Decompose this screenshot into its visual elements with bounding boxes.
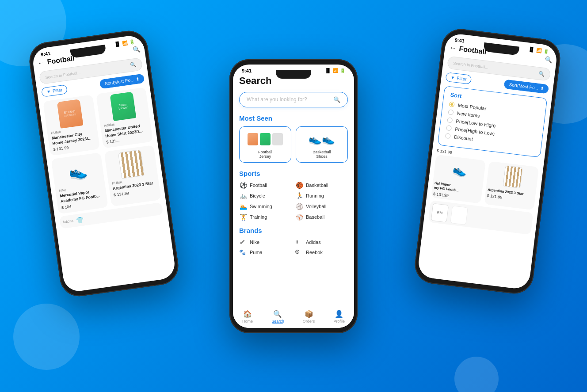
sports-label-bicycle: Bicycle (250, 193, 265, 198)
sports-label-swimming: Swimming (250, 204, 272, 209)
phone-right: 9:41 ▐▌ 📶 🔋 ← Football 🔍 (413, 27, 563, 296)
baseball-icon: ⚾ (295, 213, 303, 221)
back-icon-right[interactable]: ← (449, 44, 457, 53)
time-center: 9:41 (242, 68, 252, 73)
search-placeholder-right: Search in Football... (453, 61, 539, 76)
search-nav-icon: 🔍 (273, 310, 282, 318)
signal-icon: ▐▌ (114, 41, 121, 47)
sort-option-label-new: New Items (457, 110, 480, 118)
filter-icon-right: ▼ (450, 75, 455, 80)
sports-item-football[interactable]: ⚽ Football (239, 182, 292, 189)
brand-item-nike[interactable]: ✓ Nike (239, 239, 292, 246)
sports-item-volleyball[interactable]: 🏐 Volleyball (295, 203, 348, 210)
signal-icon-center: ▐▌ (325, 68, 331, 73)
sort-button-right[interactable]: Sort(Most Po... ⬆ (504, 79, 549, 94)
product-card-2[interactable]: TeamViewer Adidas Manchester United Home… (96, 87, 153, 148)
brand-item-adidas[interactable]: ⁞⁞⁞ Adidas (295, 239, 348, 246)
search-icon-center: 🔍 (333, 96, 340, 103)
brand-label-reebok: Reebok (306, 250, 323, 255)
phone-left-screen: 9:41 ▐▌ 📶 🔋 ← Football 🔍 (31, 34, 177, 293)
sports-item-basketball[interactable]: 🏀 Basketball (295, 182, 348, 189)
phone-center-screen: 9:41 ▐▌ 📶 🔋 Search What are you looking … (233, 65, 354, 328)
adidas-icon: ⁞⁞⁞ (295, 240, 303, 244)
battery-icon-right: 🔋 (543, 48, 549, 53)
orders-nav-icon: 📦 (305, 310, 313, 318)
sort-radio-inner-popular (450, 103, 454, 106)
sort-dropdown-icon-left: ⬆ (135, 76, 139, 82)
nav-item-search[interactable]: 🔍 Search (271, 310, 284, 323)
sports-item-bicycle[interactable]: 🚲 Bicycle (239, 192, 292, 199)
nike-icon: ✓ (239, 239, 247, 246)
brands-title: Brands (239, 227, 348, 234)
nav-item-profile[interactable]: 👤 Profile (333, 310, 345, 323)
swimming-icon: 🏊 (239, 203, 247, 210)
time-right: 9:41 (454, 37, 465, 44)
phone-left: 9:41 ▐▌ 📶 🔋 ← Football 🔍 (27, 28, 181, 299)
search-icon-right[interactable]: 🔍 (544, 56, 553, 64)
status-icons-right: ▐▌ 📶 🔋 (528, 46, 549, 54)
screen-content-right: ← Football 🔍 Search in Football... 🔍 ▼ F… (417, 43, 557, 287)
screen-content-center: Search What are you looking for? 🔍 Most … (233, 75, 354, 325)
search-input-placeholder: What are you looking for? (247, 96, 333, 103)
product-card-right-1[interactable]: 👟 rial Vapormy FG Footb... $ 131.99 (431, 155, 486, 204)
product-card-4[interactable]: PUMA Argentina 2023 3 Star $ 131.99 (104, 145, 161, 206)
wifi-icon-right: 📶 (536, 47, 542, 53)
sports-item-running[interactable]: 🏃 Running (295, 192, 348, 199)
phones-container: 9:41 ▐▌ 📶 🔋 ← Football 🔍 (0, 0, 587, 392)
sort-option-label-popular: Most Popular (457, 103, 487, 111)
product-area-right: $ 131.99 👟 rial Vapormy FG Footb... $ 13… (431, 148, 540, 210)
nav-item-orders[interactable]: 📦 Orders (303, 310, 315, 323)
sports-item-swimming[interactable]: 🏊 Swimming (239, 203, 292, 210)
football-icon: ⚽ (239, 182, 247, 189)
filter-button-right[interactable]: ▼ Filter (445, 72, 472, 84)
sports-grid: ⚽ Football 🏀 Basketball 🚲 Bicycle 🏃 Runn… (239, 182, 348, 221)
most-seen-grid: FootballJersey 👟👟 BasketballShoes (239, 126, 348, 163)
sports-label-basketball: Basketball (306, 183, 328, 188)
search-icon-left[interactable]: 🔍 (132, 46, 141, 53)
back-icon-left[interactable]: ← (37, 59, 45, 68)
search-icon-inner-right: 🔍 (538, 71, 545, 77)
battery-icon-center: 🔋 (340, 68, 345, 73)
sports-label-volleyball: Volleyball (306, 204, 326, 209)
sort-option-label-discount: Discount (454, 134, 473, 141)
profile-nav-label: Profile (333, 319, 345, 323)
most-seen-card-shoes[interactable]: 👟👟 BasketballShoes (296, 126, 348, 163)
filter-label-right: Filter (457, 76, 467, 82)
sort-label-left: Sort(Most Po... (104, 77, 134, 86)
filter-icon-left: ▼ (46, 89, 51, 94)
product-img-1: ETIHAD AIRWAYS (47, 99, 93, 129)
most-seen-title: Most Seen (239, 114, 348, 122)
nav-item-home[interactable]: 🏠 Home (242, 310, 253, 323)
search-icon-inner-left: 🔍 (130, 62, 137, 69)
sports-label-training: Training (250, 214, 267, 220)
profile-nav-icon: 👤 (335, 310, 343, 318)
status-icons-left: ▐▌ 📶 🔋 (114, 39, 135, 46)
search-input-bar[interactable]: What are you looking for? 🔍 (239, 92, 348, 107)
sort-dropdown: Sort Most Popular New Items Price(Low to… (438, 86, 548, 158)
brand-label-adidas: Adidas (306, 240, 321, 245)
phone-right-screen: 9:41 ▐▌ 📶 🔋 ← Football 🔍 (417, 33, 558, 290)
sports-label-running: Running (306, 193, 324, 198)
brand-item-puma[interactable]: 🐾 Puma (239, 249, 292, 255)
most-seen-card-football[interactable]: FootballJersey (239, 126, 291, 163)
home-nav-icon: 🏠 (243, 310, 252, 318)
product-card-1[interactable]: ETIHAD AIRWAYS PUMA Manchester City Home… (43, 95, 100, 156)
wifi-icon: 📶 (122, 40, 128, 46)
phone-center: 9:41 ▐▌ 📶 🔋 Search What are you looking … (229, 59, 358, 333)
brand-item-reebok[interactable]: Ⓡ Reebok (295, 249, 348, 255)
bicycle-icon: 🚲 (239, 192, 247, 199)
signal-icon-right: ▐▌ (528, 46, 535, 52)
sports-label-baseball: Baseball (306, 214, 324, 220)
product-img-right-1: 👟 (435, 156, 484, 184)
sports-item-baseball[interactable]: ⚾ Baseball (295, 213, 348, 221)
filter-label-left: Filter (52, 88, 63, 94)
product-card-right-2[interactable]: Argentina 2023 3 Star $ 131.99 (484, 161, 539, 210)
sports-item-training[interactable]: 🏋 Training (239, 213, 292, 221)
product-img-3: 👟 (55, 156, 101, 186)
filter-button-left[interactable]: ▼ Filter (41, 84, 68, 97)
basketball-icon: 🏀 (295, 182, 303, 189)
product-card-3[interactable]: 👟 Nike Mercurial Vapor Academy FG Footb.… (51, 152, 108, 214)
sort-button-left[interactable]: Sort(Most Po... ⬆ (99, 74, 145, 89)
brand-label-puma: Puma (250, 250, 263, 255)
screen-content-left: ← Football 🔍 Search in Football... 🔍 ▼ F… (33, 45, 176, 290)
